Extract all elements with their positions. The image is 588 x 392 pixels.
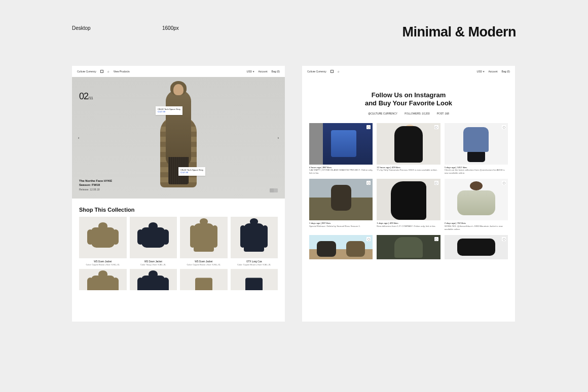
product-hotspot-1[interactable]: CB-02 Tech Space Grey €247.99 <box>156 106 182 115</box>
feed-post[interactable]: ▢ <box>377 235 440 259</box>
carousel-next-icon[interactable]: › <box>278 136 279 140</box>
showcase-headline: Minimal & Modern <box>402 24 516 40</box>
instagram-feed: ▢ 4 hours ago | 387 likesCAV EMPT | STON… <box>302 123 515 270</box>
feed-post[interactable]: ▢ 1 days ago | 1412 likesCheck out the l… <box>445 123 508 175</box>
product-meta: Color: Coyote Brown | Size: S,M,L,XL <box>79 263 127 266</box>
post-time: 1 days ago | 429 likes <box>377 222 398 224</box>
hero-title-2: Season: FW18 <box>79 183 112 187</box>
ig-title-1: Follow Us on Instagram <box>372 91 446 99</box>
product-card[interactable] <box>231 269 278 290</box>
shop-icon[interactable]: ▢ <box>502 125 506 129</box>
shop-icon[interactable]: ▢ <box>434 181 438 185</box>
product-meta: Color: Coyote Brown | Size: S,M,L,XL <box>180 263 228 266</box>
counter-total: /11 <box>88 96 93 100</box>
hotspot-price: €247.99 <box>180 171 203 174</box>
shop-icon[interactable]: ▢ <box>502 181 506 185</box>
hero-info: The Northe Face HYKE Season: FW18 Releas… <box>79 179 112 191</box>
search-icon[interactable]: ⌕ <box>338 70 340 73</box>
post-desc: Special Release: Geleto by Samuel Ross S… <box>309 225 373 228</box>
product-grid: WS Down JacketColor: Coyote Brown | Size… <box>72 217 285 300</box>
nav-bag[interactable]: Bag (0) <box>272 70 280 73</box>
feed-post[interactable]: ▢ 2 days ago | 762 likesGORE-TEX. @theno… <box>445 179 508 231</box>
ig-title-2: and Buy Your Favorite Look <box>365 99 452 107</box>
post-desc: New deliveries from C.P. COMPANY. Online… <box>377 225 440 228</box>
mockup-homepage: Culture Currency ⌕ View Products USD ▾ A… <box>72 66 285 322</box>
nav-account[interactable]: Account <box>259 70 268 73</box>
shop-icon[interactable]: ▢ <box>366 237 371 241</box>
carousel-counter: 02/11 <box>79 91 93 102</box>
feed-post[interactable]: ▢ 1 days ago | 397 likesSpecial Release:… <box>309 179 373 231</box>
product-card[interactable] <box>180 269 228 290</box>
topbar: Culture Currency ⌕ USD ▾ Account Bag (0) <box>302 66 515 77</box>
post-desc: Check out the latest collection from @sm… <box>445 169 508 175</box>
counter-current: 02 <box>79 91 88 101</box>
shop-heading: Shop This Collection <box>72 199 285 217</box>
feed-post[interactable]: ▢ <box>445 235 508 259</box>
product-meta: Color: Navy | Size: S,M,L,XL <box>130 263 177 266</box>
carousel-prev-icon[interactable]: ‹ <box>78 136 79 140</box>
product-card[interactable]: WS Down JacketColor: Coyote Brown | Size… <box>180 217 228 266</box>
meta-width: 1600px <box>162 25 179 31</box>
shop-icon[interactable]: ▢ <box>434 125 438 129</box>
post-desc: GORE-TEX. @thenorthface's 1990 Mountain … <box>445 225 508 231</box>
currency-selector[interactable]: USD ▾ <box>477 70 485 73</box>
shop-icon[interactable]: ▢ <box>366 125 371 129</box>
product-card[interactable] <box>79 269 127 290</box>
instagram-header: Follow Us on Instagram and Buy Your Favo… <box>302 77 515 123</box>
shop-icon[interactable]: ▢ <box>502 237 506 241</box>
post-time: 4 hours ago | 387 likes <box>309 166 332 169</box>
shop-icon[interactable]: ▢ <box>366 181 371 185</box>
nav-account[interactable]: Account <box>489 70 498 73</box>
product-card[interactable]: GTX Long CoaColor: Coyote Brown | Size: … <box>231 217 278 266</box>
product-card[interactable]: WS Down JacketColor: Navy | Size: S,M,L,… <box>130 217 177 266</box>
shop-icon[interactable]: ▢ <box>434 237 438 241</box>
nav-bag[interactable]: Bag (0) <box>502 70 510 73</box>
product-card[interactable]: WS Down JacketColor: Coyote Brown | Size… <box>79 217 127 266</box>
feed-post[interactable]: ▢ 12 hours ago | 429 likesY's by Yohji Y… <box>377 123 440 175</box>
post-desc: CAV EMPT | STONE ISLAND SHADOW PROJECT. … <box>309 169 373 175</box>
hero-release: Release: 12.08.18 <box>79 188 112 191</box>
feed-post[interactable]: ▢ <box>309 235 373 259</box>
feed-post[interactable]: ▢ 4 hours ago | 387 likesCAV EMPT | STON… <box>309 123 373 175</box>
post-time: 2 days ago | 762 likes <box>445 222 466 224</box>
hotspot-price: €247.99 <box>158 110 180 113</box>
hero-title-1: The Northe Face HYKE <box>79 179 112 183</box>
post-time: 1 days ago | 1412 likes <box>445 166 467 169</box>
menu-icon[interactable] <box>100 70 103 73</box>
topbar: Culture Currency ⌕ View Products USD ▾ A… <box>72 66 285 77</box>
brand-badge-icon <box>270 188 278 192</box>
product-meta: Color: Coyote Brown | Size: S,M,L,XL <box>231 263 278 266</box>
meta-device: Desktop <box>72 25 91 31</box>
ig-followers: FOLLOWERS: 10,203 <box>405 112 429 115</box>
hero-model-image <box>148 81 209 199</box>
feed-post[interactable]: ▢ 1 days ago | 429 likesNew deliveries f… <box>377 179 440 231</box>
hero-carousel: 02/11 ‹ › CB-02 Tech Space Grey €247.99 … <box>72 77 285 199</box>
search-icon[interactable]: ⌕ <box>107 70 109 73</box>
nav-view-products[interactable]: View Products <box>114 70 130 73</box>
ig-handle[interactable]: @CULTURE CURRENCY <box>368 112 397 115</box>
brand-logo[interactable]: Culture Currency <box>307 70 326 73</box>
post-time: 1 days ago | 397 likes <box>309 222 330 224</box>
menu-icon[interactable] <box>330 70 334 73</box>
mockup-instagram: Culture Currency ⌕ USD ▾ Account Bag (0)… <box>302 66 515 322</box>
post-desc: Y's by Yohji Yamamoto Forcass SS19 is no… <box>377 169 440 172</box>
currency-selector[interactable]: USD ▾ <box>247 70 254 73</box>
brand-logo[interactable]: Culture Currency <box>77 70 96 73</box>
post-time: 12 hours ago | 429 likes <box>377 166 400 169</box>
ig-posts: POST: 168 <box>437 112 449 115</box>
product-hotspot-2[interactable]: CB-02 Tech Space Grey €247.99 <box>178 167 205 176</box>
product-card[interactable] <box>130 269 177 290</box>
